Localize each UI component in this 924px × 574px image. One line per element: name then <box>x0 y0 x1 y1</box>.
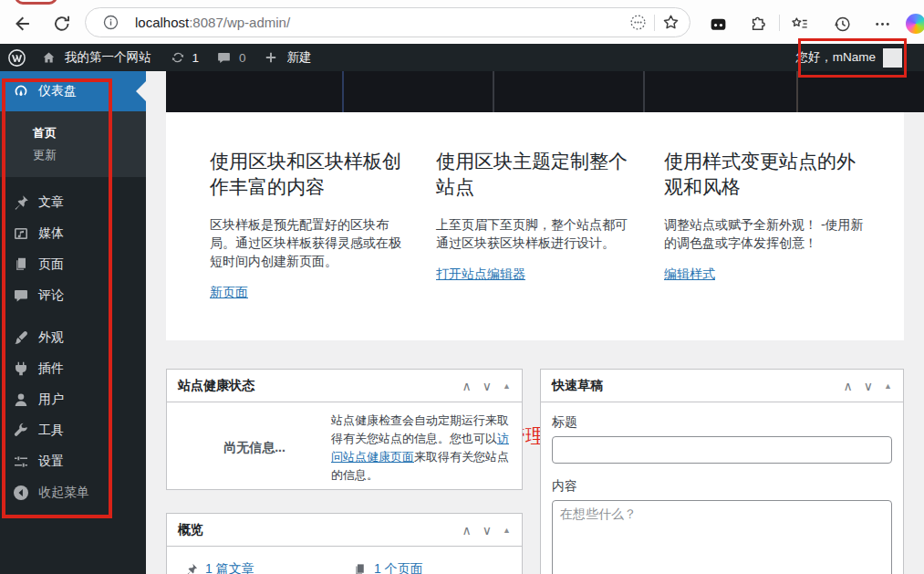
site-health-header[interactable]: 站点健康状态 ∧ ∨ ▲ <box>167 370 522 402</box>
draft-title-label: 标题 <box>552 414 892 431</box>
menu-separator <box>0 311 146 322</box>
updates-count: 1 <box>192 51 200 65</box>
move-up-icon[interactable]: ∧ <box>462 379 472 393</box>
toolbar-divider <box>779 15 780 31</box>
toggle-panel-icon[interactable]: ▲ <box>503 381 511 391</box>
sidebar-item-tools[interactable]: 工具 <box>0 415 146 446</box>
welcome-column-customize: 使用区块主题定制整个站点 上至页眉下至页脚，整个站点都可通过区块获区块样板进行设… <box>436 149 638 283</box>
sidebar-item-settings[interactable]: 设置 <box>0 446 146 477</box>
comments-count: 0 <box>239 51 246 65</box>
site-health-widget: 站点健康状态 ∧ ∨ ▲ 尚无信息... 站点健康检查会自动定期运行来取得有关您… <box>166 369 523 490</box>
sidebar-users-label: 用户 <box>38 391 64 408</box>
welcome-col3-heading: 使用样式变更站点的外观和风格 <box>664 149 867 200</box>
new-label: 新建 <box>287 49 312 66</box>
favorites-list-icon[interactable] <box>789 14 809 34</box>
sidebar-item-users[interactable]: 用户 <box>0 384 146 415</box>
new-page-link[interactable]: 新页面 <box>210 285 248 299</box>
address-bar-menu-icon[interactable] <box>628 13 648 32</box>
account-menu[interactable]: 您好，mName <box>795 48 924 68</box>
sidebar-plugins-label: 插件 <box>38 360 64 377</box>
wp-admin-bar: 我的第一个网站 1 0 新建 您好，mName <box>0 44 924 71</box>
greeting-text: 您好，mName <box>795 49 876 66</box>
sidebar-item-plugins[interactable]: 插件 <box>0 353 146 384</box>
site-health-body: 尚无信息... 站点健康检查会自动定期运行来取得有关您站点的信息。您也可以访问站… <box>167 402 522 494</box>
quick-draft-widget: 快速草稿 ∧ ∨ ▲ 标题 内容 <box>540 369 904 574</box>
collapse-menu-label: 收起菜单 <box>38 485 89 501</box>
welcome-column-author: 使用区块和区块样板创作丰富的内容 区块样板是预先配置好的区块布局。通过区块样板获… <box>210 149 412 301</box>
sidebar-item-appearance[interactable]: 外观 <box>0 322 146 353</box>
updates-item[interactable]: 1 <box>170 49 200 66</box>
welcome-banner-image <box>166 71 924 112</box>
visit-site-item[interactable]: 我的第一个网站 <box>41 49 151 66</box>
at-a-glance-header[interactable]: 概览 ∧ ∨ ▲ <box>167 514 522 547</box>
reload-icon <box>52 14 72 34</box>
open-site-editor-link[interactable]: 打开站点编辑器 <box>436 266 525 281</box>
welcome-panel: 使用区块和区块样板创作丰富的内容 区块样板是预先配置好的区块布局。通过区块样板获… <box>166 112 904 340</box>
quick-draft-header[interactable]: 快速草稿 ∧ ∨ ▲ <box>541 370 903 402</box>
posts-count-item[interactable]: 1 篇文章 <box>183 561 254 574</box>
sidebar-item-pages[interactable]: 页面 <box>0 249 146 280</box>
sidebar-tools-label: 工具 <box>38 423 64 439</box>
site-health-description: 站点健康检查会自动定期运行来取得有关您站点的信息。您也可以访问站点健康页面来取得… <box>331 412 511 485</box>
dashboard-submenu: 首页 更新 <box>0 111 146 177</box>
tv-logo-icon[interactable] <box>708 14 728 34</box>
site-health-title: 站点健康状态 <box>178 378 254 394</box>
toggle-panel-icon[interactable]: ▲ <box>884 381 892 391</box>
sidebar-item-comments[interactable]: 评论 <box>0 280 146 311</box>
draft-title-input[interactable] <box>552 436 892 464</box>
posts-count-link[interactable]: 1 篇文章 <box>205 561 254 574</box>
welcome-col2-body: 上至页眉下至页脚，整个站点都可通过区块获区块样板进行设计。 <box>436 215 638 252</box>
sidebar-item-posts[interactable]: 文章 <box>0 187 146 218</box>
history-icon[interactable] <box>832 14 852 34</box>
sidebar-item-media[interactable]: 媒体 <box>0 218 146 249</box>
sidebar-pages-label: 页面 <box>38 256 64 273</box>
sidebar-item-dashboard[interactable]: 仪表盘 <box>0 71 146 111</box>
site-info-icon[interactable] <box>102 14 119 31</box>
draft-content-textarea[interactable] <box>552 500 892 574</box>
comments-bubble-icon <box>216 50 234 66</box>
wordpress-logo-icon[interactable] <box>7 48 26 68</box>
site-name: 我的第一个网站 <box>65 49 151 66</box>
move-up-icon[interactable]: ∧ <box>844 379 853 393</box>
address-bar[interactable]: localhost:8087/wp-admin/ <box>85 7 690 37</box>
move-down-icon[interactable]: ∨ <box>483 523 492 537</box>
red-annotation-tab <box>15 0 57 5</box>
sidebar-comments-label: 评论 <box>38 287 64 304</box>
extensions-puzzle-icon[interactable] <box>748 14 768 34</box>
user-icon <box>12 391 30 409</box>
sidebar-subitem-updates[interactable]: 更新 <box>0 144 146 166</box>
sidebar-media-label: 媒体 <box>38 225 64 242</box>
new-content-item[interactable]: 新建 <box>264 49 312 66</box>
dashboard-gauge-icon <box>12 82 30 100</box>
welcome-col3-body: 调整站点或赋予全新外观！ -使用新的调色盘或字体发挥创意！ <box>664 215 867 252</box>
sidebar-subitem-home[interactable]: 首页 <box>0 122 146 144</box>
admin-sidebar: 仪表盘 首页 更新 文章 媒体 <box>0 71 146 574</box>
browser-reload-button[interactable] <box>50 12 74 36</box>
url-host: localhost <box>135 15 189 30</box>
at-a-glance-title: 概览 <box>178 522 203 538</box>
quick-draft-body: 标题 内容 <box>541 402 903 574</box>
favorite-star-icon[interactable] <box>661 13 680 32</box>
url-path: :8087/wp-admin/ <box>189 15 290 30</box>
url-text[interactable]: localhost:8087/wp-admin/ <box>135 15 290 30</box>
move-down-icon[interactable]: ∨ <box>483 379 492 393</box>
browser-menu-icon[interactable] <box>872 14 892 34</box>
at-a-glance-body: 1 篇文章 1 个页面 <box>167 547 522 574</box>
media-icon <box>12 224 30 243</box>
back-arrow-icon <box>12 14 32 34</box>
copilot-icon[interactable] <box>906 14 924 34</box>
pages-count-link[interactable]: 1 个页面 <box>374 561 423 574</box>
edit-styles-link[interactable]: 编辑样式 <box>664 266 715 281</box>
move-down-icon[interactable]: ∨ <box>864 379 873 393</box>
pages-count-item[interactable]: 1 个页面 <box>352 561 423 574</box>
pin-icon <box>183 562 199 574</box>
comments-item[interactable]: 0 <box>216 50 246 66</box>
pages-icon <box>12 256 30 274</box>
site-health-status: 尚无信息... <box>178 412 331 485</box>
comment-icon <box>12 287 30 305</box>
collapse-menu-button[interactable]: 收起菜单 <box>0 477 146 508</box>
home-icon <box>41 50 59 66</box>
toggle-panel-icon[interactable]: ▲ <box>503 526 511 535</box>
move-up-icon[interactable]: ∧ <box>462 523 472 537</box>
browser-back-button[interactable] <box>10 12 34 36</box>
